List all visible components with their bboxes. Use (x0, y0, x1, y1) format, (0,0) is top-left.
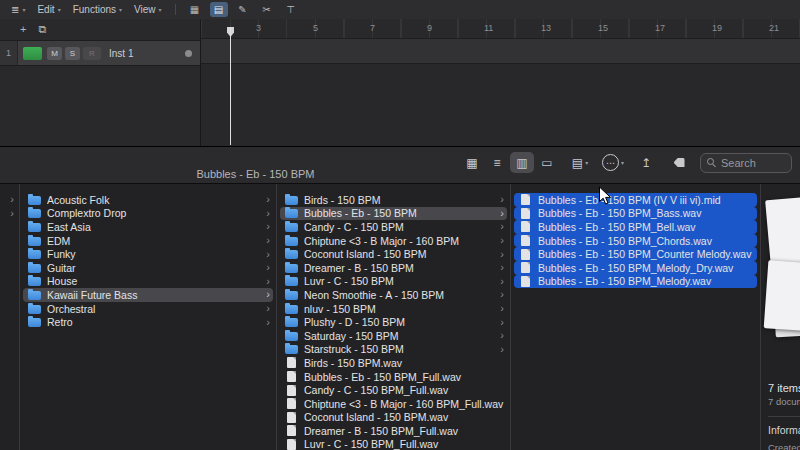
folder-row[interactable]: Funky› (23, 247, 273, 261)
file-row[interactable]: Birds - 150 BPM.wav (280, 356, 507, 370)
folder-row[interactable]: East Asia› (23, 220, 273, 234)
bar-ruler[interactable]: 3579111315171921 (201, 19, 800, 39)
file-icon (521, 194, 530, 205)
track-name: Inst 1 (109, 48, 133, 59)
item-label: Bubbles - Eb - 150 BPM_Melody.wav (538, 275, 754, 287)
file-row[interactable]: Bubbles - Eb - 150 BPM_Bass.wav (514, 207, 757, 221)
folder-row[interactable]: Guitar› (23, 261, 273, 275)
folder-row[interactable]: Starstruck - 150 BPM› (280, 343, 507, 357)
item-label: Bubbles - Eb - 150 BPM_Bass.wav (538, 207, 754, 219)
solo-button[interactable]: S (65, 47, 80, 60)
folder-row[interactable]: House› (23, 275, 273, 289)
file-row[interactable]: Chiptune <3 - B Major - 160 BPM_Full.wav (280, 397, 507, 411)
file-row[interactable]: Bubbles - Eb - 150 BPM_Counter Melody.wa… (514, 247, 757, 261)
track-header[interactable]: 1 M S R Inst 1 (0, 41, 200, 66)
folder-row[interactable]: nluv - 150 BPM› (280, 302, 507, 316)
daw-editor: ≣ ▾ Edit ▾ Functions ▾ View ▾ ▦ ▤ ✎ ✂ ⊤ (0, 0, 800, 147)
editor-menu-button[interactable]: ≣ ▾ (8, 4, 28, 15)
created-label: Created (768, 442, 800, 450)
duplicate-track-button[interactable]: ⧉ (38, 24, 46, 35)
hamburger-icon: ≣ (11, 4, 19, 15)
folder-row[interactable]: Dreamer - B - 150 BPM› (280, 261, 507, 275)
file-row[interactable]: Bubbles - Eb - 150 BPM_Bell.wav (514, 220, 757, 234)
file-row[interactable]: Luvr - C - 150 BPM_Full.wav (280, 438, 507, 450)
item-label: House (47, 275, 262, 287)
icon-view-button[interactable]: ▦ (460, 152, 484, 173)
folder-row[interactable]: Acoustic Folk› (23, 193, 273, 207)
folder-icon (28, 237, 41, 246)
item-label: Bubbles - Eb - 150 BPM (IV V iii vi).mid (538, 194, 754, 206)
chevron-right-icon: › (10, 208, 14, 219)
velocity-tool-icon[interactable]: ⊤ (282, 2, 300, 17)
file-icon (287, 412, 296, 423)
item-label: Guitar (47, 262, 262, 274)
folder-row[interactable]: Kawaii Future Bass› (23, 288, 273, 302)
track-icon[interactable] (23, 47, 42, 60)
folder-row[interactable]: Saturday - 150 BPM› (280, 329, 507, 343)
item-label: EDM (47, 235, 262, 247)
chevron-right-icon: › (500, 235, 504, 246)
group-by-button[interactable]: ▤ ▾ (568, 152, 592, 173)
bar-number: 19 (712, 23, 722, 33)
file-row[interactable]: Coconut Island - 150 BPM.wav (280, 411, 507, 425)
chevron-right-icon: › (266, 208, 270, 219)
folder-row[interactable]: Coconut Island - 150 BPM› (280, 247, 507, 261)
folder-row[interactable]: Luvr - C - 150 BPM› (280, 275, 507, 289)
chevron-right-icon: › (500, 194, 504, 205)
window-title: Bubbles - Eb - 150 BPM (168, 168, 343, 180)
daw-menubar: ≣ ▾ Edit ▾ Functions ▾ View ▾ ▦ ▤ ✎ ✂ ⊤ (0, 0, 800, 20)
item-label: Saturday - 150 BPM (304, 330, 496, 342)
folder-icon (285, 196, 298, 205)
chevron-right-icon: › (266, 221, 270, 232)
scissors-tool-icon[interactable]: ✂ (258, 2, 276, 17)
file-row[interactable]: Bubbles - Eb - 150 BPM_Full.wav (280, 370, 507, 384)
folder-row[interactable]: Retro› (23, 315, 273, 329)
file-icon (287, 385, 296, 396)
folder-icon (28, 277, 41, 286)
gallery-view-button[interactable]: ▭ (535, 152, 559, 173)
menu-edit[interactable]: Edit ▾ (34, 4, 63, 15)
finder-toolbar: Bubbles - Eb - 150 BPM ▦ ≡ ▥ ▭ ▤ ▾ ⋯ ▾ ↥ (0, 147, 800, 184)
folder-row[interactable]: Complextro Drop› (23, 207, 273, 221)
mute-button[interactable]: M (47, 47, 62, 60)
menu-view[interactable]: View ▾ (131, 4, 165, 15)
file-row[interactable]: Dreamer - B - 150 BPM_Full.wav (280, 424, 507, 438)
folder-row[interactable]: Plushy - D - 150 BPM› (280, 315, 507, 329)
playhead[interactable] (230, 27, 231, 145)
item-label: Funky (47, 248, 262, 260)
search-field[interactable] (700, 153, 792, 173)
file-row[interactable]: Bubbles - Eb - 150 BPM_Melody_Dry.wav (514, 261, 757, 275)
file-row[interactable]: Bubbles - Eb - 150 BPM (IV V iii vi).mid (514, 193, 757, 207)
search-input[interactable] (721, 157, 785, 169)
folder-icon (28, 209, 41, 218)
share-button[interactable]: ↥ (634, 152, 658, 173)
folder-row[interactable]: Birds - 150 BPM› (280, 193, 507, 207)
file-row[interactable]: Bubbles - Eb - 150 BPM_Melody.wav (514, 275, 757, 289)
menu-functions[interactable]: Functions ▾ (70, 4, 125, 15)
selection-kind: 7 docum (768, 396, 800, 407)
folder-icon (28, 223, 41, 232)
tag-icon (674, 158, 685, 168)
add-track-button[interactable]: + (20, 24, 26, 35)
column-view-button[interactable]: ▥ (510, 152, 534, 173)
tag-button[interactable] (667, 152, 691, 173)
list-view-button[interactable]: ≡ (485, 152, 509, 173)
folder-icon (285, 237, 298, 246)
folder-row[interactable]: Candy - C - 150 BPM› (280, 220, 507, 234)
folder-icon (285, 332, 298, 341)
folder-icon (28, 291, 41, 300)
folder-row[interactable]: Neon Smoothie - A - 150 BPM› (280, 288, 507, 302)
folder-row[interactable]: Chiptune <3 - B Major - 160 BPM› (280, 234, 507, 248)
catch-playhead-icon[interactable]: ▤ (210, 2, 228, 17)
record-enable-button[interactable]: R (83, 47, 101, 60)
grid-mode-icon[interactable]: ▦ (186, 2, 204, 17)
folder-row[interactable]: EDM› (23, 234, 273, 248)
folder-row[interactable]: Bubbles - Eb - 150 BPM› (280, 207, 507, 221)
file-row[interactable]: Candy - C - 150 BPM_Full.wav (280, 383, 507, 397)
pencil-tool-icon[interactable]: ✎ (234, 2, 252, 17)
folder-row[interactable]: Orchestral› (23, 302, 273, 316)
more-options-button[interactable]: ⋯ ▾ (601, 152, 625, 173)
file-row[interactable]: Bubbles - Eb - 150 BPM_Chords.wav (514, 234, 757, 248)
item-label: Coconut Island - 150 BPM (304, 248, 496, 260)
item-label: Birds - 150 BPM (304, 194, 496, 206)
